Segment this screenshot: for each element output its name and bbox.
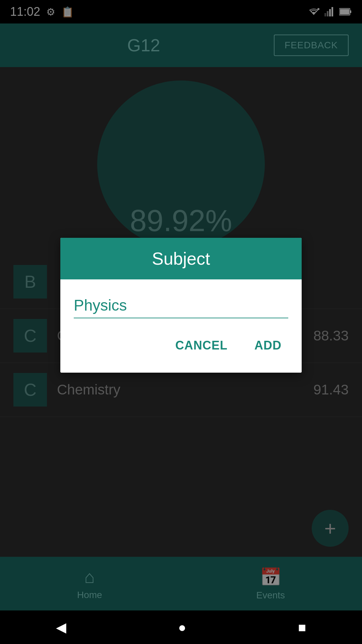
dialog-title: Subject <box>152 249 210 268</box>
back-button[interactable]: ◀ <box>56 620 66 635</box>
recents-button[interactable]: ■ <box>298 620 306 635</box>
modal-overlay: Subject CANCEL ADD <box>0 0 362 610</box>
subject-dialog: Subject CANCEL ADD <box>60 238 302 373</box>
dialog-header: Subject <box>60 238 302 279</box>
cancel-button[interactable]: CANCEL <box>169 335 234 356</box>
input-wrapper <box>74 296 288 318</box>
home-button[interactable]: ● <box>178 620 186 635</box>
dialog-actions: CANCEL ADD <box>74 332 288 363</box>
add-button[interactable]: ADD <box>248 335 288 356</box>
subject-input[interactable] <box>74 296 288 314</box>
system-navigation: ◀ ● ■ <box>0 610 362 644</box>
dialog-body: CANCEL ADD <box>60 279 302 373</box>
